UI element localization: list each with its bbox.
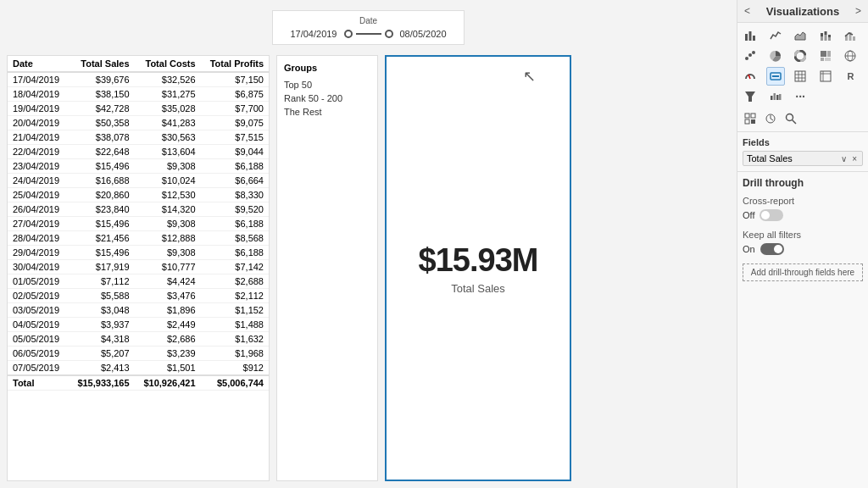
card-icon[interactable] [766, 67, 785, 86]
sidebar-title: Visualizations [752, 5, 854, 18]
analytics-icon[interactable] [761, 109, 780, 128]
stacked-bar-icon[interactable] [816, 26, 835, 45]
groups-panel: Groups Top 50Rank 50 - 200The Rest [276, 55, 378, 481]
viz-icons-grid: R ··· [741, 26, 865, 106]
group-item[interactable]: Top 50 [284, 78, 370, 92]
svg-rect-27 [772, 75, 779, 77]
table-row: 23/04/2019$15,496$9,308$6,188 [8, 159, 269, 174]
svg-rect-2 [753, 36, 755, 41]
main-container: Date 17/04/2019 08/05/2020 [0, 0, 868, 488]
r-icon[interactable]: R [841, 67, 860, 86]
date-to: 08/05/2020 [400, 29, 447, 39]
footer-costs: $10,926,421 [135, 375, 201, 391]
svg-marker-3 [795, 32, 805, 40]
scatter-icon[interactable] [741, 47, 760, 65]
svg-rect-12 [853, 36, 855, 41]
field-expand-btn[interactable]: ∨ [839, 154, 849, 164]
svg-rect-33 [821, 71, 831, 81]
combo-chart-icon[interactable] [841, 26, 860, 45]
svg-line-49 [793, 120, 797, 125]
drill-section: Drill through Cross-report Off Keep all … [737, 172, 868, 488]
table-footer-row: Total $15,933,165 $10,926,421 $5,006,744 [8, 375, 269, 391]
field-chip: Total Sales ∨ × [743, 151, 863, 166]
table-row: 07/05/2019$2,413$1,501$912 [8, 361, 269, 376]
group-item[interactable]: Rank 50 - 200 [284, 92, 370, 105]
svg-rect-28 [795, 71, 805, 81]
table-row: 26/04/2019$23,840$14,320$9,520 [8, 202, 269, 217]
svg-rect-19 [827, 51, 831, 57]
sidebar-expand-right[interactable]: > [854, 3, 863, 19]
table-row: 27/04/2019$15,496$9,308$6,188 [8, 217, 269, 231]
waterfall-icon[interactable] [766, 87, 785, 106]
treemap-icon[interactable] [816, 47, 835, 65]
svg-rect-38 [773, 93, 776, 100]
svg-rect-42 [745, 119, 749, 124]
gauge-icon[interactable] [741, 67, 760, 86]
svg-rect-8 [828, 37, 831, 41]
table-row: 24/04/2019$16,688$10,024$6,664 [8, 174, 269, 188]
keep-filters-thumb [774, 245, 782, 253]
col-total-sales[interactable]: Total Sales [69, 56, 135, 72]
pie-chart-icon[interactable] [766, 47, 785, 65]
keep-filters-label: Keep all filters [743, 230, 863, 240]
kpi-label: Total Sales [451, 282, 505, 295]
table-icon[interactable] [791, 67, 810, 86]
col-date[interactable]: Date [8, 56, 69, 72]
add-drill-fields-btn[interactable]: Add drill-through fields here [743, 263, 863, 281]
funnel-icon[interactable] [741, 87, 760, 106]
cross-report-toggle[interactable] [760, 209, 783, 221]
viz-icons-section: R ··· [737, 23, 868, 132]
matrix-icon[interactable] [816, 67, 835, 86]
svg-point-48 [787, 114, 793, 121]
svg-rect-0 [745, 34, 748, 41]
table-row: 19/04/2019$42,728$35,028$7,700 [8, 102, 269, 116]
svg-rect-20 [821, 58, 824, 61]
map-icon[interactable] [841, 47, 860, 65]
table-row: 02/05/2019$5,588$3,476$2,112 [8, 289, 269, 303]
svg-rect-18 [821, 51, 826, 57]
col-total-costs[interactable]: Total Costs [135, 56, 201, 72]
keep-filters-toggle-row: On [743, 243, 863, 255]
table-row: 05/05/2019$4,318$2,686$1,632 [8, 332, 269, 347]
date-circle-end [385, 30, 393, 38]
search-viz-icon[interactable] [782, 109, 800, 128]
field-chip-actions: ∨ × [839, 154, 859, 164]
line-chart-icon[interactable] [766, 26, 785, 45]
more-visuals-icon[interactable]: ··· [791, 87, 810, 106]
svg-rect-21 [825, 58, 831, 61]
table-row: 20/04/2019$50,358$41,283$9,075 [8, 116, 269, 130]
svg-rect-43 [751, 114, 755, 118]
footer-profits: $5,006,744 [201, 375, 269, 391]
date-circle-start [344, 30, 353, 38]
right-sidebar: < Visualizations > Filters [737, 0, 868, 488]
keep-filters-toggle[interactable] [760, 243, 784, 255]
svg-rect-6 [824, 35, 826, 41]
date-connector [344, 30, 393, 38]
table-row: 17/04/2019$39,676$32,526$7,150 [8, 72, 269, 87]
svg-rect-5 [821, 33, 823, 36]
table-panel[interactable]: Date Total Sales Total Costs Total Profi… [7, 55, 270, 481]
format-icon[interactable] [741, 109, 760, 128]
svg-rect-40 [779, 94, 782, 100]
table-row: 18/04/2019$38,150$31,275$6,875 [8, 87, 269, 102]
svg-rect-44 [751, 119, 755, 124]
bar-chart-icon[interactable] [741, 26, 760, 45]
sidebar-header: < Visualizations > [737, 0, 868, 23]
group-item[interactable]: The Rest [284, 105, 370, 119]
footer-sales: $15,933,165 [69, 375, 135, 391]
date-filter-widget[interactable]: Date 17/04/2019 08/05/2020 [272, 10, 464, 45]
date-filter-area: Date 17/04/2019 08/05/2020 [7, 7, 730, 48]
field-remove-btn[interactable]: × [850, 154, 859, 164]
table-row: 25/04/2019$20,860$12,530$8,330 [8, 188, 269, 202]
sidebar-collapse-left[interactable]: < [743, 3, 752, 19]
area-chart-icon[interactable] [791, 26, 810, 45]
donut-icon[interactable] [791, 47, 810, 65]
table-row: 21/04/2019$38,078$30,563$7,515 [8, 130, 269, 145]
col-total-profits[interactable]: Total Profits [201, 56, 269, 72]
table-row: 22/04/2019$22,648$13,604$9,044 [8, 145, 269, 159]
svg-rect-4 [821, 36, 823, 41]
groups-title: Groups [284, 63, 370, 73]
kpi-card[interactable]: ↖ $15.93M Total Sales [385, 55, 571, 481]
svg-rect-7 [824, 31, 826, 35]
date-line [356, 33, 381, 35]
